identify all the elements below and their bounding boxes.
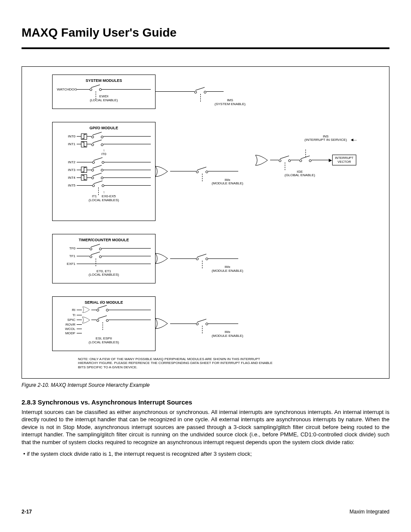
timer-local-1: ET0, ET1 — [97, 269, 111, 273]
or-gate-icon — [255, 154, 270, 166]
signal-ri: RI — [57, 308, 77, 312]
ins-2: (INTERRUPT IN SERVICE) — [305, 138, 347, 142]
switch-icon — [90, 87, 102, 91]
signal-int4: INT4 — [57, 176, 77, 180]
section-heading: 2.8.3 Synchronous vs. Asynchronous Inter… — [22, 398, 389, 406]
gpio-module-title: GPI/O MODULE — [57, 126, 151, 130]
system-module-box: SYSTEM MODULES WATCHDOG EWDI (LOCAL ENAB… — [52, 75, 156, 109]
rising-edge-icon — [81, 134, 87, 140]
switch-icon — [196, 256, 208, 261]
title-rule — [22, 47, 389, 49]
figure-note: NOTE: ONLY A FEW OF THE MANY POSSIBLE MA… — [78, 357, 276, 370]
switch-icon — [92, 160, 104, 164]
switch-icon — [196, 169, 208, 174]
signal-int1: INT1 — [57, 142, 77, 146]
section-body: Interrupt sources can be classified as e… — [22, 408, 389, 446]
ige-1: IGE — [297, 170, 303, 174]
timer-module-title: TIMER/COUNTER MODULE — [57, 238, 151, 242]
signal-tf1: TF1 — [57, 254, 77, 258]
switch-icon — [194, 90, 206, 94]
serial-module-title: SERIAL I/O MODULE — [57, 300, 151, 305]
page-number: 2-17 — [22, 509, 32, 515]
or-gate-icon — [82, 316, 91, 324]
serial-local-1: ESI, ESPII — [96, 336, 112, 340]
bullet-1: • if the system clock divide ratio is 1,… — [23, 450, 389, 458]
switch-icon — [196, 321, 208, 326]
falling-edge-icon — [81, 174, 87, 180]
or-gate-icon — [155, 252, 170, 264]
signal-modf: MODF — [57, 331, 77, 335]
serial-module-box: SERIAL I/O MODULE RI TI SPIC ROVR WCOL M… — [52, 296, 156, 351]
system-module-title: SYSTEM MODULES — [57, 78, 151, 83]
serial-mod-1: IMx — [225, 330, 230, 334]
falling-edge-icon — [81, 141, 87, 147]
switch-icon — [90, 246, 102, 251]
ins-1: INS — [323, 134, 328, 138]
signal-int3: INT3 — [57, 168, 77, 172]
gpio-local-2: (LOCAL ENABLES) — [89, 198, 119, 202]
or-gate-icon — [155, 165, 170, 177]
switch-icon — [91, 142, 103, 146]
system-mod-enable-2: (SYSTEM ENABLE) — [215, 102, 246, 106]
signal-rovr: ROVR — [57, 323, 77, 327]
figure-frame: SYSTEM MODULES WATCHDOG EWDI (LOCAL ENAB… — [22, 66, 389, 379]
serial-local-2: (LOCAL ENABLES) — [89, 340, 119, 344]
signal-watchdog: WATCHDOG — [57, 87, 77, 91]
signal-ti: TI — [57, 313, 77, 317]
system-local-enable-2: (LOCAL ENABLE) — [90, 98, 118, 102]
switch-icon — [279, 158, 291, 162]
signal-spic: SPIC — [57, 318, 77, 322]
timer-module-box: TIMER/COUNTER MODULE TF0 TF1 EXF1 ET0, E… — [52, 234, 156, 284]
signal-wcol: WCOL — [57, 327, 77, 331]
row-gpio: GPI/O MODULE INT0 INT1 — [52, 122, 359, 221]
switch-icon — [91, 134, 103, 139]
it1-label: IT1 — [92, 194, 97, 198]
page-footer: 2-17 Maxim Integrated — [22, 509, 389, 515]
gpio-mod-1: IMx — [225, 178, 230, 182]
signal-tf0: TF0 — [57, 246, 77, 250]
row-system: SYSTEM MODULES WATCHDOG EWDI (LOCAL ENAB… — [52, 75, 359, 109]
system-local-enable-1: EWDI — [100, 94, 109, 98]
signal-exf1: EXF1 — [57, 262, 77, 266]
signal-int0: INT0 — [57, 134, 77, 138]
switch-icon — [299, 158, 311, 162]
signal-int2: INT2 — [57, 160, 77, 164]
switch-icon — [91, 168, 103, 172]
ige-2: (GLOBAL ENABLE) — [285, 173, 315, 177]
or-gate-icon — [82, 306, 91, 313]
serial-mod-2: (MODULE ENABLE) — [212, 334, 243, 338]
row-serial: SERIAL I/O MODULE RI TI SPIC ROVR WCOL M… — [52, 296, 359, 351]
timer-mod-2: (MODULE ENABLE) — [212, 269, 243, 273]
switch-icon — [91, 175, 103, 180]
interrupt-vector-box: INTERRUPT VECTOR — [332, 155, 356, 165]
gpio-local-1: EX0-EX5 — [102, 194, 116, 198]
gpio-mod-2: (MODULE ENABLE) — [212, 181, 243, 185]
switch-icon — [97, 318, 109, 322]
system-mod-enable-1: IMS — [227, 98, 233, 102]
figure-caption: Figure 2-10. MAXQ Interrupt Source Hiera… — [22, 382, 389, 388]
timer-local-2: (LOCAL ENABLES) — [89, 273, 119, 277]
switch-icon — [92, 183, 104, 187]
page-title: MAXQ Family User's Guide — [22, 26, 389, 40]
rising-edge-icon — [81, 167, 87, 173]
publisher: Maxim Integrated — [349, 509, 389, 515]
switch-icon — [97, 308, 109, 312]
switch-icon — [90, 254, 102, 258]
or-gate-icon — [155, 317, 170, 330]
signal-int5: INT5 — [57, 184, 77, 187]
timer-mod-1: IMx — [225, 265, 230, 269]
gpio-module-box: GPI/O MODULE INT0 INT1 — [52, 122, 156, 221]
row-timer: TIMER/COUNTER MODULE TF0 TF1 EXF1 ET0, E… — [52, 234, 359, 284]
it0-label: IT0 — [101, 152, 106, 156]
